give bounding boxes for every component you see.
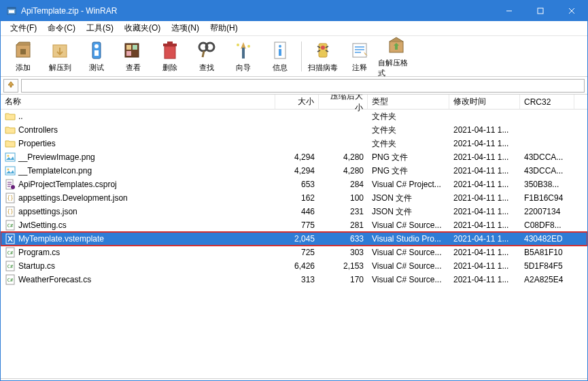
cell-name: {}appsettings.Development.json (1, 193, 275, 203)
add-button[interactable]: 添加 (5, 37, 41, 76)
delete-icon (159, 39, 181, 61)
cell-packed: 2,153 (319, 261, 368, 271)
cell-name: Controllers (1, 125, 275, 135)
svg-point-25 (237, 44, 239, 46)
maximize-button[interactable] (525, 1, 556, 21)
file-row[interactable]: Controllers文件夹2021-04-11 1... (1, 123, 587, 137)
file-name: .. (18, 112, 23, 121)
info-label: 信息 (273, 63, 288, 73)
svg-point-40 (7, 169, 10, 171)
file-rows: ..文件夹Controllers文件夹2021-04-11 1...Proper… (1, 110, 587, 286)
cell-packed: 284 (319, 180, 368, 189)
cell-crc: 5D1F84F5 (520, 261, 574, 271)
svg-text:C#: C# (7, 278, 14, 283)
cell-crc: 43DCCA... (520, 166, 574, 176)
minimize-button[interactable] (494, 1, 525, 21)
cell-modified: 2021-04-11 1... (449, 139, 520, 148)
svg-rect-37 (5, 153, 15, 161)
comment-button[interactable]: 注释 (341, 37, 378, 76)
svg-point-42 (11, 185, 15, 189)
test-button[interactable]: 测试 (78, 37, 115, 76)
cell-size: 2,045 (275, 234, 319, 244)
find-label: 查找 (199, 63, 214, 73)
virusscan-icon (312, 39, 334, 61)
close-button[interactable] (556, 1, 587, 21)
cell-crc: A2A825E4 (520, 275, 574, 284)
file-row[interactable]: {}appsettings.Development.json162100JSON… (1, 191, 587, 205)
menu-commands[interactable]: 命令(C) (42, 21, 81, 35)
cell-type: Visual Studio Pro... (368, 234, 449, 244)
cell-type: PNG 文件 (368, 152, 449, 163)
column-header-modified[interactable]: 修改时间 (449, 95, 520, 109)
column-header-type[interactable]: 类型 (368, 95, 449, 109)
file-row[interactable]: C#Program.cs725303Visual C# Source...202… (1, 246, 587, 259)
cell-name: ApiProjectTemplates.csproj (1, 179, 275, 190)
cell-modified: 2021-04-11 1... (449, 234, 520, 244)
svg-rect-15 (133, 45, 137, 50)
menu-options[interactable]: 选项(N) (166, 21, 205, 35)
up-button[interactable] (3, 79, 18, 93)
cell-name: C#JwtSetting.cs (1, 220, 275, 231)
up-arrow-icon (6, 80, 16, 91)
cell-type: Visual C# Source... (368, 275, 449, 284)
cell-type: JSON 文件 (368, 206, 449, 218)
svg-text:C#: C# (7, 264, 14, 269)
file-row[interactable]: C#WeatherForecast.cs313170Visual C# Sour… (1, 273, 587, 286)
virusscan-button[interactable]: 扫描病毒 (305, 37, 341, 76)
delete-button[interactable]: 删除 (152, 37, 188, 76)
column-header-name[interactable]: 名称 (1, 95, 275, 109)
cell-name: C#WeatherForecast.cs (1, 274, 275, 285)
file-row[interactable]: {}appsettings.json446231JSON 文件2021-04-1… (1, 205, 587, 218)
file-name: JwtSetting.cs (18, 220, 67, 230)
file-row[interactable]: ApiProjectTemplates.csproj653284Visual C… (1, 178, 587, 191)
cell-packed: 170 (319, 275, 368, 284)
svg-text:C#: C# (7, 250, 14, 256)
menu-file[interactable]: 文件(F) (5, 21, 42, 35)
file-row[interactable]: C#Startup.cs6,4262,153Visual C# Source..… (1, 259, 587, 273)
file-row[interactable]: __TemplateIcon.png4,2944,280PNG 文件2021-0… (1, 164, 587, 178)
cs-icon: C# (5, 274, 16, 285)
extract-button[interactable]: 解压到 (41, 37, 78, 76)
sfx-button[interactable]: 自解压格式 (378, 37, 415, 76)
path-field[interactable] (21, 79, 585, 93)
cell-packed: 231 (319, 207, 368, 216)
view-button[interactable]: 查看 (115, 37, 152, 76)
svg-point-26 (247, 45, 250, 48)
cell-modified: 2021-04-11 1... (449, 275, 520, 284)
wizard-icon (232, 39, 254, 61)
sfx-icon (385, 35, 407, 56)
find-button[interactable]: 查找 (188, 37, 225, 76)
cell-name: Properties (1, 138, 275, 149)
svg-rect-19 (167, 42, 173, 44)
cell-size: 775 (275, 220, 319, 230)
svg-text:{}: {} (7, 209, 14, 215)
cell-size: 653 (275, 180, 319, 189)
comment-icon (349, 39, 370, 61)
menu-favorites[interactable]: 收藏夹(O) (119, 21, 166, 35)
app-icon (6, 5, 17, 16)
svg-rect-32 (353, 44, 366, 57)
column-header-crc[interactable]: CRC32 (520, 95, 574, 109)
json-icon: {} (5, 193, 16, 203)
find-icon (196, 39, 218, 61)
file-row[interactable]: C#JwtSetting.cs775281Visual C# Source...… (1, 218, 587, 232)
menu-help[interactable]: 帮助(H) (205, 21, 243, 35)
file-row[interactable]: ..文件夹 (1, 110, 587, 123)
info-button[interactable]: 信息 (262, 37, 298, 76)
menu-tools[interactable]: 工具(S) (81, 21, 119, 35)
sfx-label: 自解压格式 (378, 58, 415, 78)
menubar: 文件(F) 命令(C) 工具(S) 收藏夹(O) 选项(N) 帮助(H) (1, 21, 587, 36)
file-row[interactable]: __PreviewImage.png4,2944,280PNG 文件2021-0… (1, 150, 587, 164)
cell-size: 4,294 (275, 152, 319, 162)
wizard-button[interactable]: 向导 (225, 37, 262, 76)
file-name: MyTemplate.vstemplate (18, 234, 104, 244)
column-header-packed[interactable]: 压缩后大小 (319, 95, 368, 109)
svg-rect-14 (126, 45, 131, 50)
cell-modified: 2021-04-11 1... (449, 261, 520, 271)
column-header-size[interactable]: 大小 (275, 95, 319, 109)
file-row[interactable]: Properties文件夹2021-04-11 1... (1, 137, 587, 150)
folder-icon (5, 125, 16, 135)
file-row[interactable]: MyTemplate.vstemplate2,045633Visual Stud… (1, 232, 587, 246)
cell-size: 6,426 (275, 261, 319, 271)
cell-modified: 2021-04-11 1... (449, 125, 520, 135)
